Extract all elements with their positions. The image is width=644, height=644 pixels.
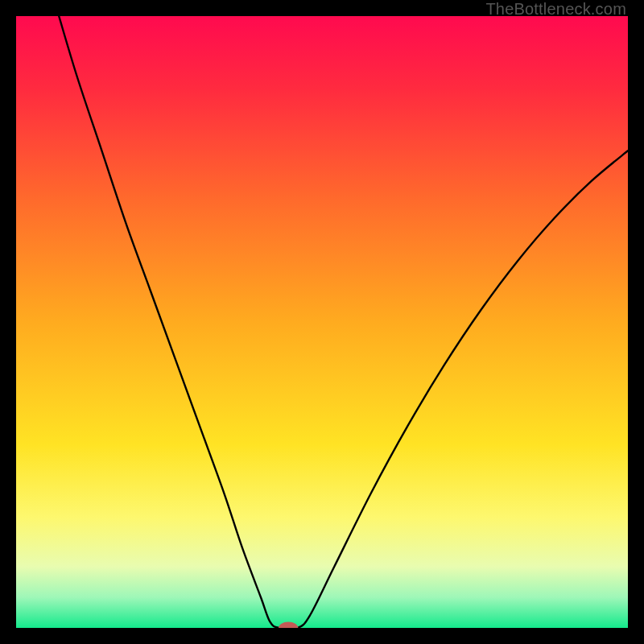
watermark-text: TheBottleneck.com [485,0,626,19]
chart-frame [0,0,644,644]
